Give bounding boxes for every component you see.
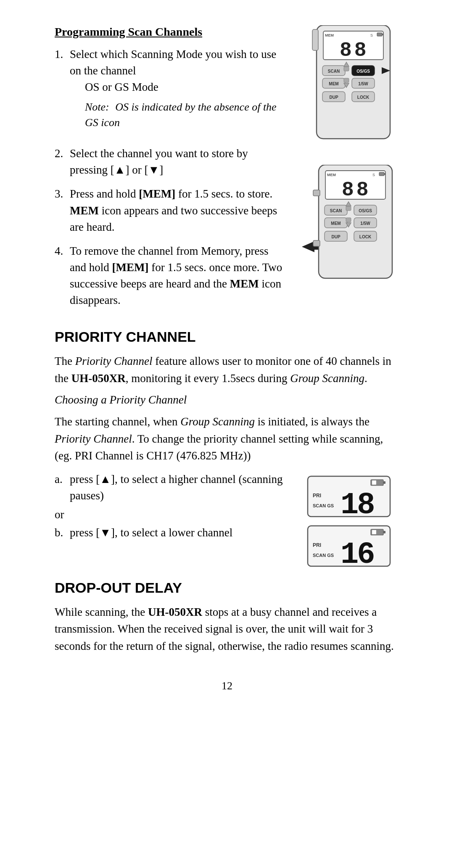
group-scanning-italic-2: Group Scanning [180,415,255,428]
alpha-label-a: a. [55,471,70,488]
svg-rect-11 [344,67,349,71]
svg-text:MEM: MEM [325,33,334,37]
svg-text:SCAN  GS: SCAN GS [313,503,334,508]
alpha-text-a: press [▲], to select a higher channel (s… [70,471,298,504]
svg-text:1/5W: 1/5W [360,221,370,226]
svg-rect-1 [312,29,318,50]
svg-text:SCAN  GS: SCAN GS [313,553,334,558]
page-number: 12 [55,680,399,692]
note-label: Note: [85,101,109,113]
svg-rect-33 [379,172,384,176]
svg-text:DUP: DUP [331,235,340,239]
svg-rect-39 [346,206,351,211]
priority-channel-italic: Priority Channel [110,393,187,406]
dropout-section: Drop-Out Delay While scanning, the UH-05… [55,580,399,655]
list-item-3: 3. Press and hold [MEM] for 1.5 secs. to… [55,186,284,235]
step2-text: Select the channel you want to store by … [70,145,284,178]
svg-text:PRI: PRI [313,542,321,548]
svg-rect-6 [382,34,383,35]
note-text: OS is indicated by the absence of the GS… [85,101,277,128]
svg-rect-5 [377,33,382,36]
dropout-para: While scanning, the UH-050XR stops at a … [55,604,399,655]
svg-text:S: S [370,33,373,37]
mem-bold-4: MEM [230,277,259,290]
or-line: or [55,508,298,521]
mem-bold-1: [MEM] [139,187,175,200]
svg-text:MEM: MEM [327,173,336,177]
svg-marker-25 [302,241,314,252]
svg-rect-62 [372,530,376,534]
mem-bold-3: [MEM] [112,261,149,274]
svg-text:MEM: MEM [329,82,338,86]
priority-para2: The starting channel, when Group Scannin… [55,413,399,464]
step3-text: Press and hold [MEM] for 1.5 secs. to st… [70,186,284,235]
step-num-1: 1. [55,46,70,63]
svg-text:PRI: PRI [313,493,321,499]
uh050xr-bold-2: UH-050XR [148,606,202,618]
step-num-2: 2. [55,145,70,162]
svg-text:16: 16 [340,538,374,567]
priority-lcd-images: PRI SCAN GS 18 PRI SCAN GS [307,471,399,567]
radio-diagram-2: MEM S 88 SCAN OS/GS [296,165,396,292]
svg-rect-28 [313,190,320,196]
mem-bold-2: MEM [70,204,99,217]
priority-italic-1: Priority Channel [75,355,153,367]
svg-text:88: 88 [340,39,369,62]
alpha-label-b: b. [55,525,70,541]
svg-text:88: 88 [342,179,371,201]
svg-rect-61 [383,531,385,533]
lcd-display-2: PRI SCAN GS 16 [307,525,391,567]
lcd-display-1: PRI SCAN GS 18 [307,475,391,517]
priority-channel-italic-2: Priority Channel [55,433,132,445]
svg-rect-54 [383,481,385,484]
svg-text:LOCK: LOCK [357,95,369,100]
group-scanning-italic-1: Group Scanning [290,372,364,385]
dropout-heading: Drop-Out Delay [55,580,399,596]
step-num-3: 3. [55,186,70,202]
alpha-text-b: press [▼], to select a lower channel [70,525,232,541]
list-item-2: 2. Select the channel you want to store … [55,145,284,178]
svg-rect-29 [313,240,320,246]
svg-text:MEM: MEM [331,221,340,226]
step1-text: Select which Scanning Mode you wish to u… [70,48,276,77]
priority-heading: Priority Channel [55,329,399,345]
svg-text:OS/GS: OS/GS [356,69,370,74]
step4-text: To remove the channel from Memory, press… [70,243,284,309]
list-item-4: 4. To remove the channel from Memory, pr… [55,243,284,309]
svg-text:SCAN: SCAN [327,69,339,74]
alpha-list-b: b. press [▼], to select a lower channel [55,525,298,541]
svg-text:1/5W: 1/5W [358,82,368,86]
svg-rect-55 [372,480,376,485]
priority-section: Priority Channel The Priority Channel fe… [55,329,399,567]
alpha-list: a. press [▲], to select a higher channel… [55,471,298,504]
os-gs-line: OS or GS Mode [85,79,284,95]
alpha-item-b: b. press [▼], to select a lower channel [55,525,298,541]
svg-rect-18 [344,78,349,82]
svg-rect-45 [346,218,351,222]
section-heading: Programming Scan Channels [55,25,284,39]
step-num-4: 4. [55,243,70,259]
svg-text:DUP: DUP [329,95,338,100]
list-item-1: 1. Select which Scanning Mode you wish t… [55,46,284,138]
svg-text:LOCK: LOCK [359,235,371,239]
svg-text:18: 18 [340,488,374,517]
uh050xr-bold-1: UH-050XR [71,372,126,385]
priority-para1: The Priority Channel feature allows user… [55,353,399,387]
svg-text:OS/GS: OS/GS [359,208,372,213]
svg-text:SCAN: SCAN [330,208,341,213]
note-block: Note: OS is indicated by the absence of … [85,100,284,130]
radio-diagram-1: MEM S 88 SCAN OS/GS [296,25,396,152]
choosing-priority: Choosing a Priority Channel [55,393,399,406]
svg-rect-34 [384,173,385,175]
alpha-item-a: a. press [▲], to select a higher channel… [55,471,298,504]
svg-text:S: S [372,173,375,177]
